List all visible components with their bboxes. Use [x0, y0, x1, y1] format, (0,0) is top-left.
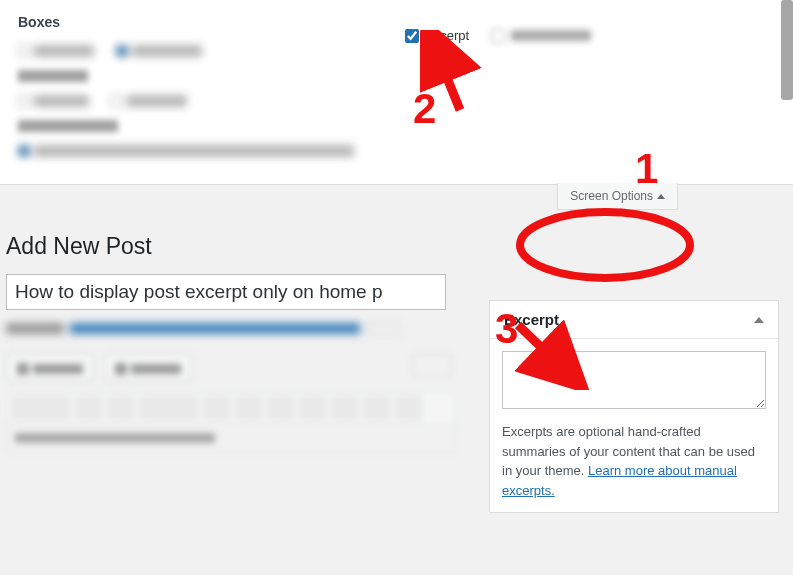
admin-page: Screen Options Add New Post Excerpt [0, 185, 793, 260]
blurred-subheading [18, 70, 88, 82]
page-title: Add New Post [6, 233, 793, 260]
editor-toolbar-blurred [6, 391, 456, 425]
blurred-checkbox-item[interactable] [491, 29, 591, 43]
screen-options-panel: Boxes Excerpt [0, 0, 793, 185]
blurred-checkbox-label [511, 30, 591, 41]
blurred-option-row [18, 92, 775, 106]
blurred-subheading [18, 120, 118, 132]
sidebar-column: Excerpt Excerpts are optional hand-craft… [489, 300, 779, 513]
media-buttons-row-blurred [6, 354, 456, 381]
screen-options-toggle[interactable]: Screen Options [557, 183, 678, 210]
blurred-checkbox[interactable] [491, 29, 505, 43]
excerpt-checkbox-label: Excerpt [425, 28, 469, 43]
excerpt-metabox: Excerpt Excerpts are optional hand-craft… [489, 300, 779, 513]
screen-options-toggle-label: Screen Options [570, 189, 653, 203]
excerpt-heading: Excerpt [504, 311, 559, 328]
boxes-heading: Boxes [18, 14, 775, 30]
excerpt-checkbox-item[interactable]: Excerpt [405, 28, 469, 43]
excerpt-metabox-header[interactable]: Excerpt [490, 301, 778, 339]
scrollbar[interactable] [781, 0, 793, 100]
excerpt-description: Excerpts are optional hand-crafted summa… [502, 422, 766, 500]
collapse-toggle-icon[interactable] [754, 317, 764, 323]
excerpt-textarea[interactable] [502, 351, 766, 409]
blurred-option-row [18, 142, 775, 156]
editor-body-blurred [6, 425, 456, 453]
post-title-input[interactable] [6, 274, 446, 310]
excerpt-metabox-body: Excerpts are optional hand-crafted summa… [490, 339, 778, 512]
permalink-row-blurred [6, 320, 456, 336]
chevron-up-icon [657, 194, 665, 199]
excerpt-checkbox[interactable] [405, 29, 419, 43]
editor-column [6, 274, 456, 453]
blurred-option-row [18, 42, 775, 56]
